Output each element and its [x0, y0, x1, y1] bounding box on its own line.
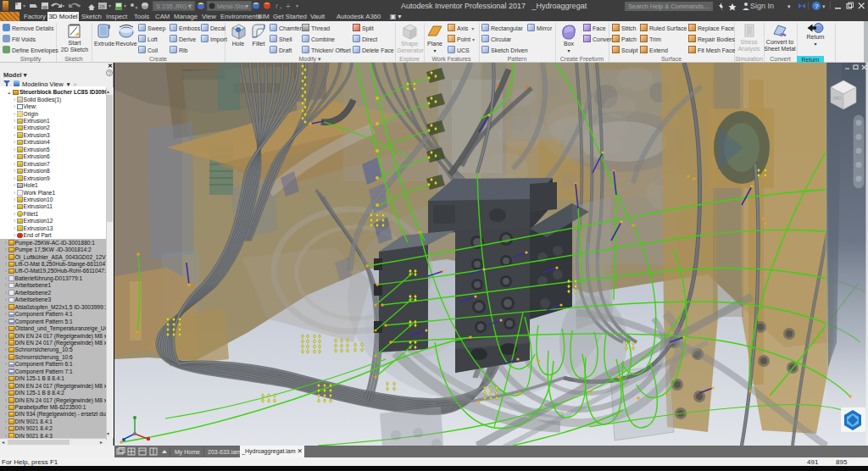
svg-text:Metal-Stee: Metal-Stee — [217, 3, 248, 10]
svg-text:▾: ▾ — [822, 3, 826, 9]
svg-text:▾: ▾ — [124, 3, 126, 8]
svg-text:S 235 JRG 2: S 235 JRG 2 — [156, 3, 192, 10]
svg-text:▾: ▾ — [78, 3, 81, 8]
svg-text:x: x — [280, 5, 282, 10]
svg-text:25: 25 — [99, 4, 105, 9]
svg-text:▾: ▾ — [188, 3, 191, 8]
svg-text:?: ? — [815, 3, 819, 10]
svg-text:▾: ▾ — [787, 3, 791, 9]
svg-text:FRO: FRO — [833, 97, 842, 101]
svg-text:▾: ▾ — [296, 3, 298, 8]
svg-text:▾: ▾ — [108, 3, 111, 8]
svg-text:f: f — [275, 3, 278, 10]
svg-text:+: + — [286, 2, 291, 11]
svg-text:▾: ▾ — [23, 3, 25, 8]
svg-text:▾: ▾ — [62, 3, 64, 8]
svg-text:▾: ▾ — [246, 3, 248, 8]
